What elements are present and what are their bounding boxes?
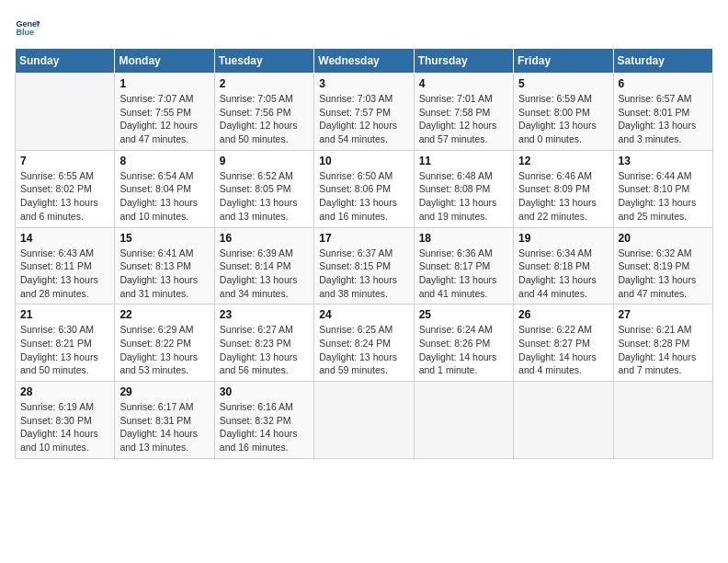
day-number: 20 <box>619 232 708 245</box>
day-number: 14 <box>20 232 109 245</box>
day-detail: Sunrise: 7:05 AMSunset: 7:56 PMDaylight:… <box>220 92 309 146</box>
weekday-header: Saturday <box>613 49 712 74</box>
day-number: 13 <box>619 155 708 167</box>
calendar-cell: 29Sunrise: 6:17 AMSunset: 8:31 PMDayligh… <box>115 382 214 459</box>
day-detail: Sunrise: 6:39 AMSunset: 8:14 PMDaylight:… <box>220 247 309 301</box>
calendar-cell: 26Sunrise: 6:22 AMSunset: 8:27 PMDayligh… <box>514 304 613 382</box>
day-detail: Sunrise: 6:57 AMSunset: 8:01 PMDaylight:… <box>619 92 708 146</box>
day-detail: Sunrise: 6:52 AMSunset: 8:05 PMDaylight:… <box>220 169 309 224</box>
day-number: 2 <box>220 77 309 90</box>
weekday-header: Friday <box>514 49 613 74</box>
day-number: 17 <box>319 232 408 245</box>
day-number: 21 <box>20 308 109 321</box>
day-detail: Sunrise: 6:30 AMSunset: 8:21 PMDaylight:… <box>20 323 109 377</box>
day-number: 22 <box>119 308 209 321</box>
calendar-cell: 3Sunrise: 7:03 AMSunset: 7:57 PMDaylight… <box>314 74 414 151</box>
day-number: 7 <box>20 155 109 167</box>
day-number: 11 <box>419 155 508 167</box>
calendar-cell <box>16 74 115 151</box>
calendar-cell: 19Sunrise: 6:34 AMSunset: 8:18 PMDayligh… <box>514 227 613 304</box>
calendar-body: 1Sunrise: 7:07 AMSunset: 7:55 PMDaylight… <box>16 74 713 459</box>
logo: General Blue <box>15 15 44 40</box>
day-number: 30 <box>220 385 309 398</box>
calendar-cell: 24Sunrise: 6:25 AMSunset: 8:24 PMDayligh… <box>314 304 414 382</box>
day-number: 8 <box>119 155 209 167</box>
day-number: 1 <box>119 77 209 90</box>
day-number: 5 <box>518 77 608 90</box>
day-number: 29 <box>119 385 209 398</box>
calendar-cell: 8Sunrise: 6:54 AMSunset: 8:04 PMDaylight… <box>115 150 214 227</box>
calendar-week-row: 1Sunrise: 7:07 AMSunset: 7:55 PMDaylight… <box>16 74 713 151</box>
day-detail: Sunrise: 6:29 AMSunset: 8:22 PMDaylight:… <box>119 323 209 377</box>
calendar-cell: 1Sunrise: 7:07 AMSunset: 7:55 PMDaylight… <box>115 74 214 151</box>
logo-icon: General Blue <box>15 15 40 40</box>
day-detail: Sunrise: 6:17 AMSunset: 8:31 PMDaylight:… <box>119 400 209 454</box>
calendar-cell: 14Sunrise: 6:43 AMSunset: 8:11 PMDayligh… <box>16 227 115 304</box>
day-detail: Sunrise: 7:01 AMSunset: 7:58 PMDaylight:… <box>419 92 508 146</box>
day-detail: Sunrise: 6:21 AMSunset: 8:28 PMDaylight:… <box>619 323 708 377</box>
weekday-header: Wednesday <box>314 49 414 74</box>
day-detail: Sunrise: 6:41 AMSunset: 8:13 PMDaylight:… <box>119 247 209 301</box>
day-number: 26 <box>518 308 608 321</box>
day-detail: Sunrise: 6:50 AMSunset: 8:06 PMDaylight:… <box>319 169 408 224</box>
svg-text:Blue: Blue <box>16 28 34 37</box>
calendar-cell: 4Sunrise: 7:01 AMSunset: 7:58 PMDaylight… <box>414 74 513 151</box>
day-detail: Sunrise: 6:55 AMSunset: 8:02 PMDaylight:… <box>20 169 109 224</box>
calendar-cell: 11Sunrise: 6:48 AMSunset: 8:08 PMDayligh… <box>414 150 513 227</box>
calendar-cell: 16Sunrise: 6:39 AMSunset: 8:14 PMDayligh… <box>214 227 313 304</box>
calendar-cell: 2Sunrise: 7:05 AMSunset: 7:56 PMDaylight… <box>214 74 313 151</box>
calendar-cell: 27Sunrise: 6:21 AMSunset: 8:28 PMDayligh… <box>613 304 712 382</box>
day-number: 10 <box>319 155 408 167</box>
weekday-header: Monday <box>115 49 214 74</box>
day-detail: Sunrise: 6:37 AMSunset: 8:15 PMDaylight:… <box>319 247 408 301</box>
calendar-week-row: 28Sunrise: 6:19 AMSunset: 8:30 PMDayligh… <box>16 382 713 459</box>
day-detail: Sunrise: 6:46 AMSunset: 8:09 PMDaylight:… <box>518 169 608 224</box>
calendar-cell <box>314 382 414 459</box>
day-number: 19 <box>518 232 608 245</box>
day-number: 23 <box>220 308 309 321</box>
day-detail: Sunrise: 6:54 AMSunset: 8:04 PMDaylight:… <box>119 169 209 224</box>
calendar-cell: 6Sunrise: 6:57 AMSunset: 8:01 PMDaylight… <box>613 74 712 151</box>
calendar-cell: 28Sunrise: 6:19 AMSunset: 8:30 PMDayligh… <box>16 382 115 459</box>
weekday-header: Tuesday <box>214 49 313 74</box>
calendar-week-row: 14Sunrise: 6:43 AMSunset: 8:11 PMDayligh… <box>16 227 713 304</box>
calendar-cell: 25Sunrise: 6:24 AMSunset: 8:26 PMDayligh… <box>414 304 513 382</box>
day-detail: Sunrise: 7:03 AMSunset: 7:57 PMDaylight:… <box>319 92 408 146</box>
calendar-cell: 22Sunrise: 6:29 AMSunset: 8:22 PMDayligh… <box>115 304 214 382</box>
day-detail: Sunrise: 6:25 AMSunset: 8:24 PMDaylight:… <box>319 323 408 377</box>
calendar-cell: 15Sunrise: 6:41 AMSunset: 8:13 PMDayligh… <box>115 227 214 304</box>
day-detail: Sunrise: 6:27 AMSunset: 8:23 PMDaylight:… <box>220 323 309 377</box>
day-detail: Sunrise: 6:34 AMSunset: 8:18 PMDaylight:… <box>518 247 608 301</box>
calendar-cell: 12Sunrise: 6:46 AMSunset: 8:09 PMDayligh… <box>514 150 613 227</box>
calendar-cell: 18Sunrise: 6:36 AMSunset: 8:17 PMDayligh… <box>414 227 513 304</box>
day-detail: Sunrise: 6:36 AMSunset: 8:17 PMDaylight:… <box>419 247 508 301</box>
day-number: 28 <box>20 385 109 398</box>
calendar-cell: 7Sunrise: 6:55 AMSunset: 8:02 PMDaylight… <box>16 150 115 227</box>
day-detail: Sunrise: 6:22 AMSunset: 8:27 PMDaylight:… <box>518 323 608 377</box>
calendar-cell: 13Sunrise: 6:44 AMSunset: 8:10 PMDayligh… <box>613 150 712 227</box>
day-number: 24 <box>319 308 408 321</box>
day-detail: Sunrise: 6:59 AMSunset: 8:00 PMDaylight:… <box>518 92 608 146</box>
day-detail: Sunrise: 6:16 AMSunset: 8:32 PMDaylight:… <box>220 400 309 454</box>
day-number: 4 <box>419 77 508 90</box>
day-detail: Sunrise: 7:07 AMSunset: 7:55 PMDaylight:… <box>119 92 209 146</box>
day-number: 18 <box>419 232 508 245</box>
calendar-cell <box>414 382 513 459</box>
calendar-table: SundayMondayTuesdayWednesdayThursdayFrid… <box>15 48 713 459</box>
day-number: 6 <box>619 77 708 90</box>
day-detail: Sunrise: 6:43 AMSunset: 8:11 PMDaylight:… <box>20 247 109 301</box>
day-detail: Sunrise: 6:44 AMSunset: 8:10 PMDaylight:… <box>619 169 708 224</box>
weekday-header: Thursday <box>414 49 513 74</box>
svg-text:General: General <box>16 19 40 29</box>
calendar-cell: 5Sunrise: 6:59 AMSunset: 8:00 PMDaylight… <box>514 74 613 151</box>
day-number: 15 <box>119 232 209 245</box>
day-detail: Sunrise: 6:24 AMSunset: 8:26 PMDaylight:… <box>419 323 508 377</box>
calendar-cell: 9Sunrise: 6:52 AMSunset: 8:05 PMDaylight… <box>214 150 313 227</box>
day-number: 27 <box>619 308 708 321</box>
calendar-week-row: 7Sunrise: 6:55 AMSunset: 8:02 PMDaylight… <box>16 150 713 227</box>
calendar-cell: 17Sunrise: 6:37 AMSunset: 8:15 PMDayligh… <box>314 227 414 304</box>
calendar-cell <box>613 382 712 459</box>
calendar-header: SundayMondayTuesdayWednesdayThursdayFrid… <box>16 49 713 74</box>
calendar-cell: 23Sunrise: 6:27 AMSunset: 8:23 PMDayligh… <box>214 304 313 382</box>
calendar-cell <box>514 382 613 459</box>
